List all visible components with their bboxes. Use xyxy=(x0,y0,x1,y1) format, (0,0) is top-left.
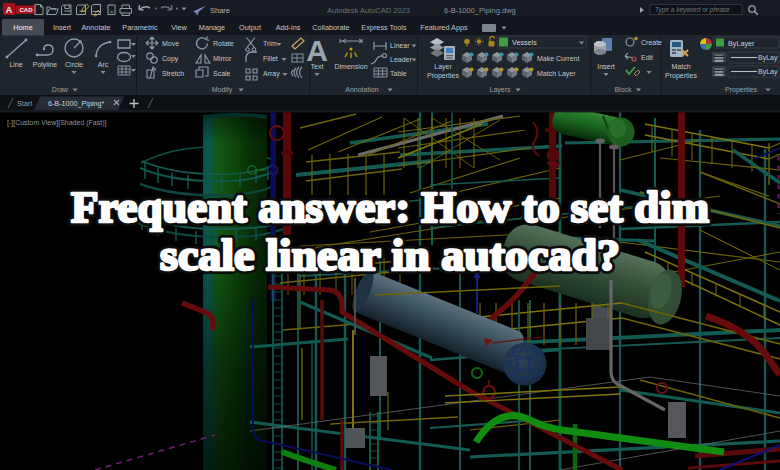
svg-text:Featured Apps: Featured Apps xyxy=(420,23,468,32)
svg-text:Frequent answer: How to set di: Frequent answer: How to set dim xyxy=(71,183,709,232)
svg-text:Properties: Properties xyxy=(725,86,757,94)
svg-text:Properties: Properties xyxy=(665,72,697,80)
svg-text:Output: Output xyxy=(239,23,261,32)
svg-text:Block: Block xyxy=(614,86,632,93)
svg-text:Vessels: Vessels xyxy=(512,38,537,47)
svg-text:Rotate: Rotate xyxy=(213,40,234,47)
svg-text:Circle: Circle xyxy=(65,61,83,68)
svg-text:View: View xyxy=(171,23,187,32)
svg-text:Add-ins: Add-ins xyxy=(276,23,301,32)
svg-text:scale linear in autocad?: scale linear in autocad? xyxy=(160,231,620,280)
svg-text:Collaborate: Collaborate xyxy=(312,23,349,32)
svg-text:Start: Start xyxy=(17,99,32,108)
svg-text:Modify: Modify xyxy=(212,86,233,94)
svg-text:Move: Move xyxy=(162,40,179,47)
svg-text:Linear: Linear xyxy=(390,42,410,49)
svg-text:Home: Home xyxy=(13,23,32,32)
svg-text:Trim: Trim xyxy=(263,40,277,47)
svg-text:Edit: Edit xyxy=(641,54,653,61)
svg-text:Dimension: Dimension xyxy=(334,63,367,70)
svg-text:Array: Array xyxy=(263,70,280,78)
svg-text:Make Current: Make Current xyxy=(537,55,579,62)
svg-text:ByLay: ByLay xyxy=(758,68,778,76)
svg-text:6-B-1000_Piping.dwg: 6-B-1000_Piping.dwg xyxy=(444,6,516,15)
svg-text:Express Tools: Express Tools xyxy=(361,23,407,32)
svg-text:ByLayer: ByLayer xyxy=(728,39,755,48)
svg-text:Type a keyword or phrase: Type a keyword or phrase xyxy=(655,6,730,14)
svg-text:Match Layer: Match Layer xyxy=(537,70,576,78)
svg-text:CAD: CAD xyxy=(20,7,34,13)
svg-text:Layer: Layer xyxy=(434,63,452,71)
svg-text:Autodesk AutoCAD 2023: Autodesk AutoCAD 2023 xyxy=(327,6,410,15)
svg-text:[-][Custom View][Shaded (Fast): [-][Custom View][Shaded (Fast)] xyxy=(7,119,107,127)
svg-text:Manage: Manage xyxy=(199,23,225,32)
svg-text:Layers: Layers xyxy=(489,86,511,94)
svg-text:Annotation: Annotation xyxy=(345,86,379,93)
svg-text:Mirror: Mirror xyxy=(213,55,232,62)
svg-text:Scale: Scale xyxy=(213,70,231,77)
svg-text:Leader: Leader xyxy=(390,56,412,63)
svg-text:Match: Match xyxy=(671,63,690,70)
svg-text:Fillet: Fillet xyxy=(263,55,278,62)
svg-text:Polyline: Polyline xyxy=(33,61,58,69)
svg-text:Parametric: Parametric xyxy=(122,23,158,32)
svg-text:Copy: Copy xyxy=(162,55,179,63)
svg-text:Stretch: Stretch xyxy=(162,70,184,77)
svg-text:Create: Create xyxy=(641,39,662,46)
svg-text:6-B-1000_Piping*: 6-B-1000_Piping* xyxy=(48,99,105,108)
svg-text:Arc: Arc xyxy=(98,61,109,68)
svg-text:ByLay: ByLay xyxy=(758,54,778,62)
svg-text:Insert: Insert xyxy=(53,23,71,32)
svg-text:Line: Line xyxy=(9,61,22,68)
svg-text:A: A xyxy=(6,5,13,15)
svg-text:Share: Share xyxy=(210,6,230,15)
svg-text:Text: Text xyxy=(311,63,324,70)
svg-text:Properties: Properties xyxy=(427,72,459,80)
svg-text:Table: Table xyxy=(390,70,407,77)
svg-text:Draw: Draw xyxy=(52,86,69,93)
svg-text:Annotate: Annotate xyxy=(81,23,110,32)
svg-text:Insert: Insert xyxy=(597,63,615,70)
